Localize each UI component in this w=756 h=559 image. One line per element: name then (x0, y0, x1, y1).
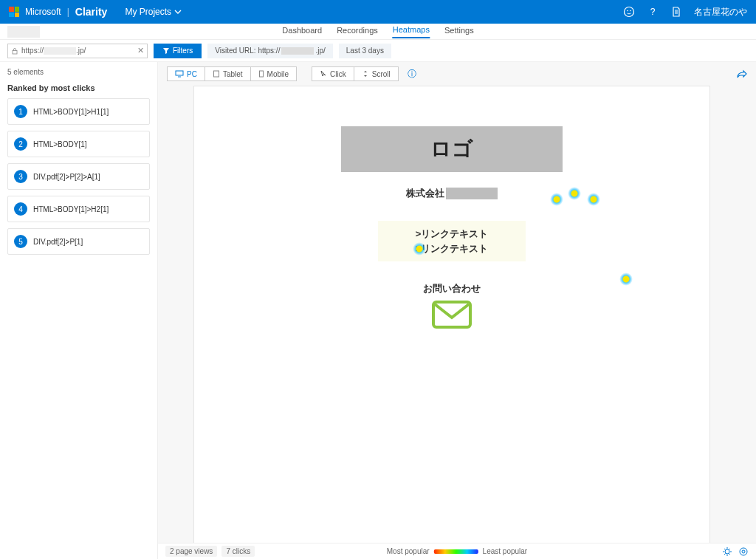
legend-least: Least popular (483, 547, 528, 555)
share-icon[interactable] (737, 69, 747, 79)
microsoft-logo-icon (9, 7, 19, 17)
target-icon[interactable] (738, 546, 749, 557)
device-pc-button[interactable]: PC (167, 66, 205, 81)
smiley-icon[interactable] (623, 6, 635, 18)
link-1: >リンクテキスト (378, 227, 526, 241)
rank-item-2[interactable]: 2 HTML>BODY[1] (7, 131, 150, 157)
chevron-down-icon (174, 8, 182, 16)
url-domain-blur (44, 47, 76, 55)
brand-microsoft: Microsoft (25, 7, 61, 17)
rank-label: HTML>BODY[1]>H2[1] (33, 205, 109, 213)
user-name[interactable]: 名古屋花のや (694, 6, 747, 18)
my-projects-dropdown[interactable]: My Projects (125, 7, 182, 17)
header-left: Microsoft | Clarity My Projects (9, 6, 182, 18)
lock-icon (11, 47, 18, 55)
sidebar: 5 elements Ranked by most clicks 1 HTML>… (0, 62, 158, 559)
heatmap-canvas: ロゴ 株式会社 >リンクテキスト >リンクテキスト お問い合わせ (193, 86, 710, 543)
heat-dot (413, 242, 426, 256)
popularity-legend: Most popular Least popular (387, 547, 527, 555)
svg-point-0 (625, 7, 634, 17)
device-tablet-button[interactable]: Tablet (205, 66, 251, 81)
page-views-chip: 2 page views (165, 546, 217, 557)
toolbar: PC Tablet Mobile Click Scroll (158, 62, 756, 86)
svg-text:?: ? (650, 7, 656, 17)
mode-click-button[interactable]: Click (312, 66, 354, 81)
rank-num: 5 (14, 235, 27, 248)
date-range-label: Last 3 days (346, 47, 384, 55)
help-icon[interactable]: ? (647, 6, 659, 18)
company-prefix: 株式会社 (406, 187, 444, 200)
mobile-icon (258, 70, 264, 78)
canvas-wrap[interactable]: ロゴ 株式会社 >リンクテキスト >リンクテキスト お問い合わせ (158, 86, 756, 543)
main: 5 elements Ranked by most clicks 1 HTML>… (0, 62, 756, 559)
elements-count: 5 elements (7, 68, 150, 76)
filters-button[interactable]: Filters (154, 44, 202, 58)
app-header: Microsoft | Clarity My Projects ? 名古屋花のや (0, 0, 756, 24)
rank-item-1[interactable]: 1 HTML>BODY[1]>H1[1] (7, 98, 150, 125)
tab-settings[interactable]: Settings (444, 26, 474, 38)
header-right: ? 名古屋花のや (623, 6, 747, 18)
project-name-placeholder (7, 26, 40, 38)
company-name-blur (446, 188, 498, 199)
heat-dot (550, 193, 563, 206)
heat-dot (568, 187, 581, 200)
clear-url-icon[interactable]: ✕ (137, 46, 144, 55)
rank-item-4[interactable]: 4 HTML>BODY[1]>H2[1] (7, 196, 150, 222)
tab-dashboard[interactable]: Dashboard (282, 26, 322, 38)
rank-title: Ranked by most clicks (7, 83, 150, 92)
svg-point-11 (742, 550, 745, 553)
cursor-icon (320, 70, 327, 78)
visited-suffix: .jp/ (315, 47, 325, 55)
company-name: 株式会社 (194, 187, 709, 200)
url-suffix: .jp/ (76, 47, 86, 55)
link-2: >リンクテキスト (378, 241, 526, 256)
visited-domain-blur (281, 47, 314, 55)
brand-clarity: Clarity (75, 6, 108, 18)
device-group: PC Tablet Mobile (167, 66, 297, 81)
info-icon[interactable]: ⓘ (408, 68, 416, 80)
rank-num: 2 (14, 137, 27, 151)
tab-heatmaps[interactable]: Heatmaps (393, 25, 430, 38)
svg-rect-7 (259, 71, 263, 77)
rank-label: DIV.pdf[2]>P[2]>A[1] (33, 173, 100, 181)
rank-num: 4 (14, 202, 27, 216)
brand-divider: | (67, 7, 69, 17)
legend-most: Most popular (387, 547, 430, 555)
clicks-chip: 7 clicks (221, 546, 255, 557)
contact-title: お問い合わせ (194, 282, 709, 295)
rank-item-3[interactable]: 3 DIV.pdf[2]>P[2]>A[1] (7, 163, 150, 190)
visited-url-chip[interactable]: Visited URL: https:// .jp/ (207, 44, 333, 58)
device-mobile-button[interactable]: Mobile (251, 66, 297, 81)
heat-dot (587, 193, 600, 206)
mode-scroll-button[interactable]: Scroll (354, 66, 399, 81)
legend-gradient (434, 549, 478, 554)
nav-tabs: Dashboard Recordings Heatmaps Settings (282, 24, 473, 40)
filter-row: https:// .jp/ ✕ Filters Visited URL: htt… (0, 40, 756, 62)
pc-icon (175, 70, 184, 78)
rank-label: HTML>BODY[1] (33, 140, 87, 148)
tablet-icon (213, 70, 220, 78)
rank-item-5[interactable]: 5 DIV.pdf[2]>P[1] (7, 228, 150, 255)
rank-num: 1 (14, 105, 27, 118)
device-tablet-label: Tablet (223, 70, 243, 78)
content: PC Tablet Mobile Click Scroll (158, 62, 756, 559)
device-pc-label: PC (187, 70, 197, 78)
mode-click-label: Click (330, 70, 346, 78)
svg-point-2 (630, 10, 631, 12)
url-filter-input[interactable]: https:// .jp/ ✕ (7, 44, 148, 58)
mode-group: Click Scroll (312, 66, 399, 81)
device-mobile-label: Mobile (267, 70, 289, 78)
svg-point-9 (725, 549, 729, 554)
document-icon[interactable] (670, 6, 682, 18)
sun-icon[interactable] (722, 546, 732, 557)
svg-point-1 (627, 10, 628, 12)
heat-dot (619, 272, 633, 286)
filter-icon (162, 47, 170, 55)
date-range-chip[interactable]: Last 3 days (339, 44, 391, 58)
tab-recordings[interactable]: Recordings (337, 26, 378, 38)
footer: 2 page views 7 clicks Most popular Least… (158, 543, 756, 559)
rank-num: 3 (14, 170, 27, 183)
svg-rect-5 (176, 71, 183, 75)
rank-label: HTML>BODY[1]>H1[1] (33, 108, 109, 116)
filters-label: Filters (173, 47, 193, 55)
